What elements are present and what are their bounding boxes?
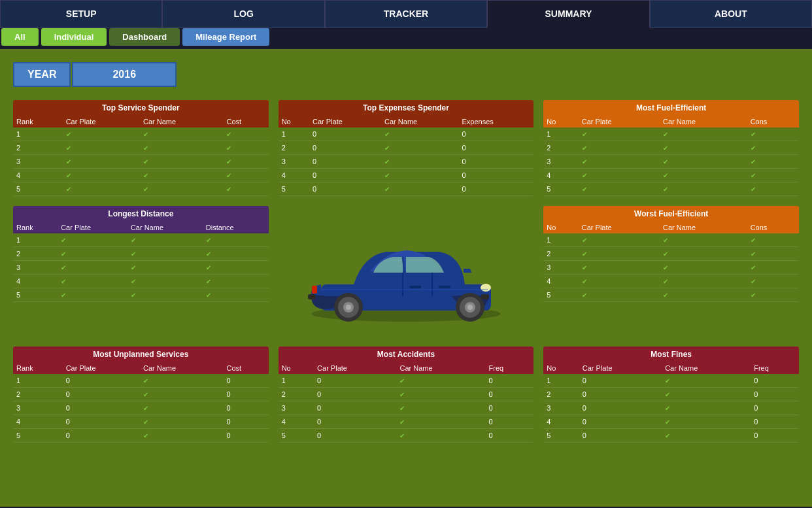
tab-log[interactable]: LOG (162, 0, 324, 28)
most-fuel-efficient: Most Fuel-Efficient No Car Plate Car Nam… (543, 100, 799, 196)
table-row: 10✔0 (279, 127, 534, 141)
table-row: 40✔0 (279, 415, 534, 429)
table-row: 30✔0 (543, 401, 799, 415)
longest-distance: Longest Distance Rank Car Plate Car Name… (13, 206, 269, 337)
table-row: 1✔✔✔ (13, 127, 269, 141)
most-accidents: Most Accidents No Car Plate Car Name Fre… (279, 347, 534, 443)
table-row: 40✔0 (279, 169, 534, 182)
subtab-individual[interactable]: Individual (41, 28, 107, 46)
table-row: 3✔✔✔ (543, 261, 799, 275)
col-expenses: Expenses (458, 116, 533, 127)
svg-point-13 (481, 284, 491, 292)
table-row: 40✔0 (543, 415, 799, 429)
col-freq: Freq (486, 362, 534, 374)
table-row: 5✔✔✔ (543, 288, 799, 302)
col-freq: Freq (751, 362, 799, 374)
top-service-spender-title: Top Service Spender (13, 100, 269, 116)
table-row: 4✔✔✔ (543, 169, 799, 182)
subtab-all[interactable]: All (1, 28, 39, 46)
table-row: 50✔0 (543, 429, 799, 443)
main-content: YEAR 2016 Top Service Spender Rank Car P… (0, 49, 812, 507)
tab-setup[interactable]: SETUP (0, 0, 162, 28)
most-fuel-efficient-title: Most Fuel-Efficient (543, 100, 799, 116)
table-row: 10✔0 (13, 374, 269, 388)
col-car-name: Car Name (381, 116, 458, 127)
svg-rect-15 (409, 286, 421, 288)
most-accidents-title: Most Accidents (279, 347, 534, 362)
col-cons: Cons (747, 116, 799, 127)
table-row: 5✔✔✔ (543, 182, 799, 196)
subtab-mileage-report[interactable]: Mileage Report (182, 28, 269, 46)
table-row: 30✔0 (279, 401, 534, 415)
table-row: 10✔0 (543, 374, 799, 388)
table-row: 2✔✔✔ (543, 247, 799, 261)
worst-fuel-efficient: Worst Fuel-Efficient No Car Plate Car Na… (543, 206, 799, 337)
col-no: No (543, 222, 578, 233)
tab-summary[interactable]: SUMMARY (487, 0, 649, 28)
middle-row: Longest Distance Rank Car Plate Car Name… (13, 206, 799, 337)
col-distance: Distance (203, 222, 269, 233)
col-car-name: Car Name (127, 222, 203, 233)
table-row: 1✔✔✔ (13, 233, 269, 247)
col-no: No (543, 362, 579, 374)
most-unplanned-services-title: Most Unplanned Services (13, 347, 269, 362)
table-row: 2✔✔✔ (543, 141, 799, 155)
most-fines-title: Most Fines (543, 347, 799, 362)
table-row: 4✔✔✔ (543, 275, 799, 288)
col-rank: Rank (13, 116, 63, 127)
table-row: 50✔0 (13, 429, 269, 443)
table-row: 20✔0 (13, 388, 269, 401)
svg-rect-16 (439, 286, 450, 288)
top-service-spender: Top Service Spender Rank Car Plate Car N… (13, 100, 269, 196)
col-car-name: Car Name (660, 116, 747, 127)
tab-about[interactable]: ABOUT (650, 0, 812, 28)
nav-bar: SETUP LOG TRACKER SUMMARY ABOUT (0, 0, 812, 28)
bottom-row: Most Unplanned Services Rank Car Plate C… (13, 347, 799, 443)
year-value[interactable]: 2016 (72, 62, 177, 87)
col-no: No (543, 116, 578, 127)
table-row: 1✔✔✔ (543, 127, 799, 141)
col-car-name: Car Name (140, 116, 223, 127)
col-cost: Cost (223, 362, 268, 374)
col-car-plate: Car Plate (579, 222, 660, 233)
year-row: YEAR 2016 (13, 62, 799, 87)
col-car-name: Car Name (660, 222, 747, 233)
most-fines: Most Fines No Car Plate Car Name Freq 10… (543, 347, 799, 443)
table-row: 30✔0 (13, 401, 269, 415)
col-car-name: Car Name (662, 362, 751, 374)
table-row: 4✔✔✔ (13, 169, 269, 182)
table-row: 30✔0 (279, 155, 534, 169)
top-row: Top Service Spender Rank Car Plate Car N… (13, 100, 799, 196)
table-row: 20✔0 (279, 388, 534, 401)
col-car-plate: Car Plate (309, 116, 381, 127)
table-row: 20✔0 (543, 388, 799, 401)
col-car-name: Car Name (140, 362, 223, 374)
svg-rect-17 (481, 294, 489, 299)
table-row: 5✔✔✔ (13, 288, 269, 302)
col-rank: Rank (13, 362, 63, 374)
svg-rect-18 (308, 294, 316, 299)
col-rank: Rank (13, 222, 58, 233)
col-car-name: Car Name (396, 362, 485, 374)
most-unplanned-services: Most Unplanned Services Rank Car Plate C… (13, 347, 269, 443)
table-row: 4✔✔✔ (13, 275, 269, 288)
subtab-dashboard[interactable]: Dashboard (109, 28, 180, 46)
col-car-plate: Car Plate (579, 116, 660, 127)
col-cost: Cost (223, 116, 268, 127)
svg-rect-14 (312, 286, 317, 294)
col-cons: Cons (747, 222, 799, 233)
sub-nav: All Individual Dashboard Mileage Report (0, 28, 812, 49)
longest-distance-title: Longest Distance (13, 206, 269, 222)
table-row: 5✔✔✔ (13, 182, 269, 196)
col-car-plate: Car Plate (314, 362, 396, 374)
table-row: 1✔✔✔ (543, 233, 799, 247)
table-row: 20✔0 (279, 141, 534, 155)
top-expenses-spender-title: Top Expenses Spender (279, 100, 534, 116)
col-no: No (279, 362, 314, 374)
col-no: No (279, 116, 309, 127)
tab-tracker[interactable]: TRACKER (325, 0, 487, 28)
table-row: 2✔✔✔ (13, 141, 269, 155)
top-expenses-spender: Top Expenses Spender No Car Plate Car Na… (279, 100, 534, 196)
svg-point-12 (346, 305, 351, 310)
worst-fuel-efficient-title: Worst Fuel-Efficient (543, 206, 799, 222)
